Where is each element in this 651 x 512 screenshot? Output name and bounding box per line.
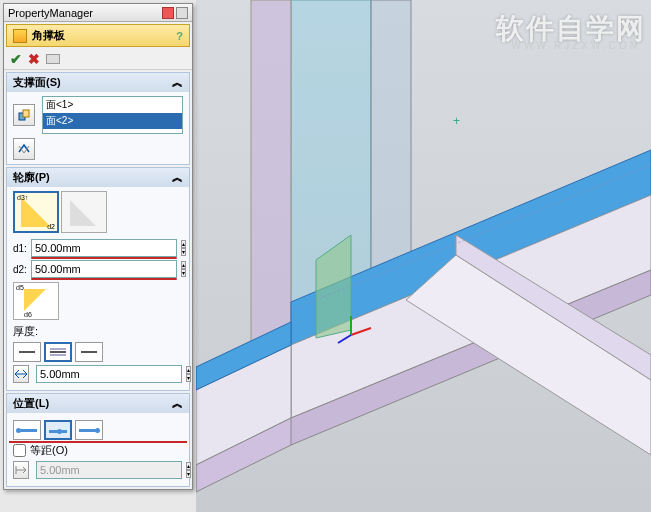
d2-label: d2: bbox=[13, 264, 27, 275]
thickness-label: 厚度: bbox=[13, 324, 183, 339]
profile-type-options: d3↑ d2 bbox=[13, 191, 183, 233]
ok-button[interactable]: ✔ bbox=[10, 51, 22, 67]
chevron-up-icon: ︽ bbox=[172, 75, 183, 90]
pin-button[interactable] bbox=[46, 54, 60, 64]
location-options bbox=[13, 420, 183, 440]
d1-input[interactable] bbox=[31, 239, 177, 257]
support-title: 支撑面(S) bbox=[13, 75, 61, 90]
thickness-side-options bbox=[13, 342, 183, 362]
svg-marker-2 bbox=[251, 0, 291, 360]
cancel-button[interactable]: ✖ bbox=[28, 51, 40, 67]
profile-triangular[interactable]: d3↑ d2 bbox=[13, 191, 59, 233]
face-row[interactable]: 面<1> bbox=[43, 97, 182, 113]
location-end[interactable] bbox=[75, 420, 103, 440]
action-row: ✔ ✖ bbox=[4, 49, 192, 70]
thickness-icon bbox=[13, 365, 29, 383]
thickness-side1[interactable] bbox=[13, 342, 41, 362]
flip-direction-icon[interactable] bbox=[13, 138, 35, 160]
profile-title: 轮廓(P) bbox=[13, 170, 50, 185]
profile-polygonal[interactable] bbox=[61, 191, 107, 233]
offset-row: ▴▾ bbox=[13, 461, 183, 479]
svg-text:+: + bbox=[453, 114, 460, 128]
section-header-location[interactable]: 位置(L) ︽ bbox=[7, 394, 189, 413]
header-icon-split[interactable] bbox=[162, 7, 174, 19]
equal-offset-label: 等距(O) bbox=[30, 443, 68, 458]
feature-title-bar: 角撑板 ? bbox=[6, 24, 190, 47]
chevron-up-icon: ︽ bbox=[172, 170, 183, 185]
d2-spinner[interactable]: ▴▾ bbox=[181, 261, 186, 277]
thickness-row: ▴▾ bbox=[13, 365, 183, 383]
location-start[interactable] bbox=[13, 420, 41, 440]
3d-viewport[interactable]: + bbox=[196, 0, 651, 512]
thickness-spinner[interactable]: ▴▾ bbox=[186, 366, 191, 382]
chamfer-option[interactable]: d5 d6 bbox=[13, 282, 59, 320]
d1-row: d1: ▴▾ bbox=[13, 239, 183, 257]
location-mid[interactable] bbox=[44, 420, 72, 440]
section-location: 位置(L) ︽ 等距(O) ▴▾ bbox=[6, 393, 190, 487]
equal-offset-row: 等距(O) bbox=[13, 443, 183, 458]
d2-row: d2: ▴▾ bbox=[13, 260, 183, 278]
chevron-up-icon: ︽ bbox=[172, 396, 183, 411]
feature-name: 角撑板 bbox=[32, 28, 65, 43]
panel-header: PropertyManager bbox=[4, 4, 192, 22]
d1-label: d1: bbox=[13, 243, 27, 254]
gusset-icon bbox=[13, 29, 27, 43]
offset-input bbox=[36, 461, 182, 479]
thickness-side2[interactable] bbox=[75, 342, 103, 362]
panel-title: PropertyManager bbox=[8, 7, 93, 19]
offset-icon bbox=[13, 461, 29, 479]
header-icon-expand[interactable] bbox=[176, 7, 188, 19]
face-list[interactable]: 面<1> 面<2> bbox=[42, 96, 183, 134]
d1-spinner[interactable]: ▴▾ bbox=[181, 240, 186, 256]
offset-spinner: ▴▾ bbox=[186, 462, 191, 478]
section-profile: 轮廓(P) ︽ d3↑ d2 d1: ▴▾ bbox=[6, 167, 190, 391]
location-title: 位置(L) bbox=[13, 396, 49, 411]
property-manager-panel: PropertyManager 角撑板 ? ✔ ✖ 支撑面(S) ︽ 面<1> … bbox=[3, 3, 193, 490]
help-button[interactable]: ? bbox=[176, 30, 183, 42]
equal-offset-checkbox[interactable] bbox=[13, 444, 26, 457]
face-row-selected[interactable]: 面<2> bbox=[43, 113, 182, 129]
section-support-faces: 支撑面(S) ︽ 面<1> 面<2> bbox=[6, 72, 190, 165]
section-header-support[interactable]: 支撑面(S) ︽ bbox=[7, 73, 189, 92]
face-select-icon[interactable] bbox=[13, 104, 35, 126]
section-header-profile[interactable]: 轮廓(P) ︽ bbox=[7, 168, 189, 187]
d2-input[interactable] bbox=[31, 260, 177, 278]
thickness-both[interactable] bbox=[44, 342, 72, 362]
thickness-input[interactable] bbox=[36, 365, 182, 383]
svg-rect-19 bbox=[23, 110, 29, 117]
